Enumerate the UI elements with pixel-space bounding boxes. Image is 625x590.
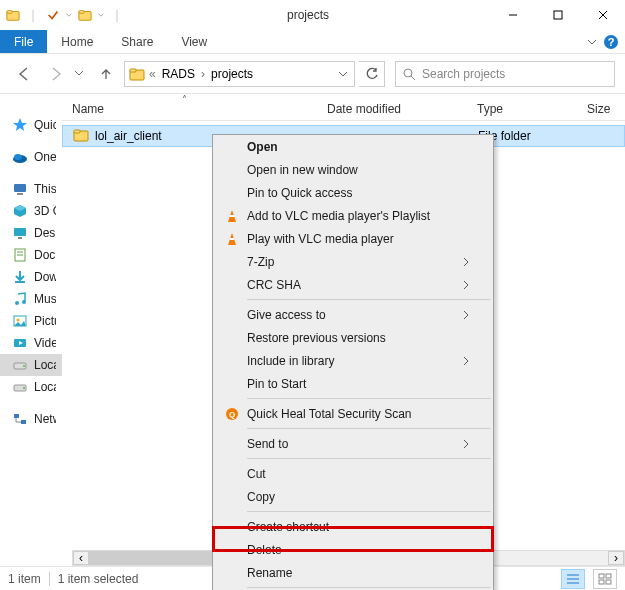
up-button[interactable]: [92, 60, 120, 88]
onedrive-icon: [12, 149, 28, 165]
column-name[interactable]: ˄Name: [72, 102, 327, 116]
svg-point-12: [404, 69, 412, 77]
sidebar-item-label: 3D Objects: [34, 204, 56, 218]
address-dropdown-icon[interactable]: [334, 69, 352, 79]
ribbon-tabs: File Home Share View ?: [0, 30, 625, 54]
sidebar-item-label: Videos: [34, 336, 56, 350]
qat-dropdown-icon[interactable]: [64, 6, 74, 24]
tab-home[interactable]: Home: [47, 30, 107, 53]
help-icon[interactable]: ?: [603, 30, 625, 53]
sidebar-item[interactable]: Desktop: [0, 222, 62, 244]
tab-share[interactable]: Share: [107, 30, 167, 53]
tab-view[interactable]: View: [167, 30, 221, 53]
breadcrumb-sep-icon[interactable]: «: [147, 67, 158, 81]
sidebar-item-label: Desktop: [34, 226, 56, 240]
file-tab[interactable]: File: [0, 30, 47, 53]
menu-item-open[interactable]: Open: [213, 135, 493, 158]
breadcrumb-rads[interactable]: RADS: [158, 67, 199, 81]
back-button[interactable]: [10, 60, 38, 88]
icons-view-button[interactable]: [593, 569, 617, 589]
forward-button[interactable]: [42, 60, 70, 88]
svg-rect-20: [18, 237, 22, 239]
doc-icon: [12, 247, 28, 263]
menu-item-crc-sha[interactable]: CRC SHA: [213, 273, 493, 296]
network-icon: [12, 411, 28, 427]
menu-item-rename[interactable]: Rename: [213, 561, 493, 584]
menu-item-create-shortcut[interactable]: Create shortcut: [213, 515, 493, 538]
sidebar-item[interactable]: This PC: [0, 178, 62, 200]
scroll-left-icon[interactable]: ‹: [73, 551, 89, 565]
scroll-right-icon[interactable]: ›: [608, 551, 624, 565]
menu-item-pin-to-quick-access[interactable]: Pin to Quick access: [213, 181, 493, 204]
svg-rect-5: [554, 11, 562, 19]
column-type[interactable]: Type: [477, 102, 587, 116]
menu-item-cut[interactable]: Cut: [213, 462, 493, 485]
menu-item-include-in-library[interactable]: Include in library: [213, 349, 493, 372]
sidebar-item-label: Music: [34, 292, 56, 306]
qat-properties-icon[interactable]: [44, 6, 62, 24]
svg-rect-36: [21, 420, 26, 424]
address-bar[interactable]: « RADS › projects: [124, 61, 355, 87]
maximize-button[interactable]: [535, 0, 580, 30]
download-icon: [12, 269, 28, 285]
sidebar-item[interactable]: Local Disk (D:): [0, 376, 62, 398]
chevron-right-icon: [459, 310, 473, 320]
chevron-right-icon[interactable]: ›: [199, 67, 207, 81]
sidebar-item[interactable]: Local Disk (C:): [0, 354, 62, 376]
sidebar-item[interactable]: OneDrive: [0, 146, 62, 168]
column-size[interactable]: Size: [587, 102, 625, 116]
menu-item-play-with-vlc-media-player[interactable]: Play with VLC media player: [213, 227, 493, 250]
menu-item-copy[interactable]: Copy: [213, 485, 493, 508]
close-button[interactable]: [580, 0, 625, 30]
svg-text:?: ?: [608, 36, 615, 48]
svg-point-26: [22, 300, 26, 304]
drive-icon: [12, 357, 28, 373]
column-date[interactable]: Date modified: [327, 102, 477, 116]
menu-item-label: Copy: [243, 490, 473, 504]
menu-item-label: Play with VLC media player: [243, 232, 473, 246]
menu-item-delete[interactable]: Delete: [213, 538, 493, 561]
menu-item-label: Add to VLC media player's Playlist: [243, 209, 473, 223]
menu-item-label: Rename: [243, 566, 473, 580]
status-selected: 1 item selected: [58, 572, 139, 586]
sidebar-item[interactable]: Network: [0, 408, 62, 430]
menu-item-label: Give access to: [243, 308, 459, 322]
minimize-button[interactable]: [490, 0, 535, 30]
refresh-button[interactable]: [359, 61, 385, 87]
menu-item-7-zip[interactable]: 7-Zip: [213, 250, 493, 273]
svg-rect-43: [606, 574, 611, 578]
navigation-pane[interactable]: Quick accessOneDriveThis PC3D ObjectsDes…: [0, 94, 62, 566]
menu-item-label: Quick Heal Total Security Scan: [243, 407, 473, 421]
menu-item-label: Create shortcut: [243, 520, 473, 534]
history-dropdown-icon[interactable]: [74, 67, 88, 81]
search-box[interactable]: Search projects: [395, 61, 615, 87]
sidebar-item[interactable]: Downloads: [0, 266, 62, 288]
menu-item-give-access-to[interactable]: Give access to: [213, 303, 493, 326]
vlc-icon: [221, 208, 243, 224]
menu-separator: [247, 511, 491, 512]
menu-item-open-in-new-window[interactable]: Open in new window: [213, 158, 493, 181]
menu-separator: [247, 299, 491, 300]
menu-separator: [247, 398, 491, 399]
menu-item-quick-heal-total-security-scan[interactable]: QQuick Heal Total Security Scan: [213, 402, 493, 425]
menu-item-label: CRC SHA: [243, 278, 459, 292]
sidebar-item[interactable]: Music: [0, 288, 62, 310]
sidebar-item-label: Downloads: [34, 270, 56, 284]
menu-item-restore-previous-versions[interactable]: Restore previous versions: [213, 326, 493, 349]
sidebar-item[interactable]: Quick access: [0, 114, 62, 136]
sidebar-item[interactable]: Pictures: [0, 310, 62, 332]
menu-item-pin-to-start[interactable]: Pin to Start: [213, 372, 493, 395]
sidebar-item[interactable]: Videos: [0, 332, 62, 354]
breadcrumb-projects[interactable]: projects: [207, 67, 257, 81]
sidebar-item-label: Local Disk (C:): [34, 358, 56, 372]
ribbon-chevron-icon[interactable]: [581, 30, 603, 53]
qat-dropdown2-icon[interactable]: [96, 6, 106, 24]
menu-item-send-to[interactable]: Send to: [213, 432, 493, 455]
sidebar-item[interactable]: Documents: [0, 244, 62, 266]
quick-access-toolbar: | |: [0, 6, 126, 24]
svg-rect-19: [14, 228, 26, 236]
pc-icon: [12, 181, 28, 197]
menu-item-add-to-vlc-media-player-s-playlist[interactable]: Add to VLC media player's Playlist: [213, 204, 493, 227]
details-view-button[interactable]: [561, 569, 585, 589]
sidebar-item[interactable]: 3D Objects: [0, 200, 62, 222]
